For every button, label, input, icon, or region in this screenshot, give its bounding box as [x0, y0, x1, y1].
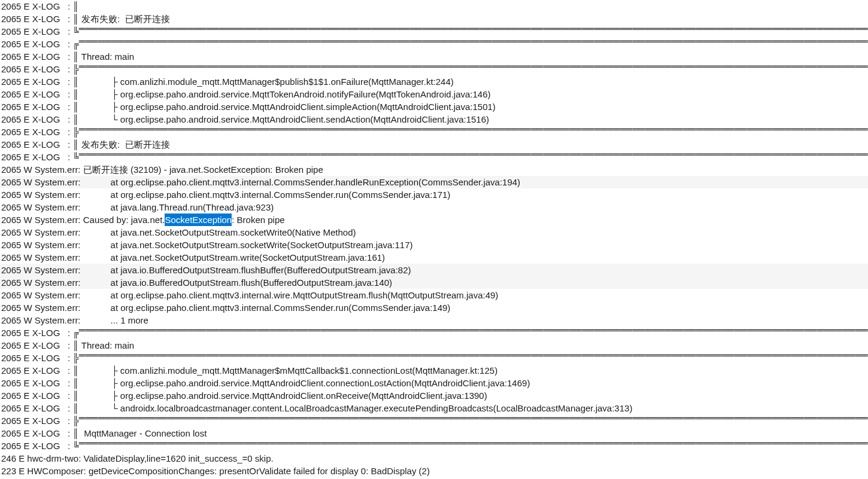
log-body: ValidateDisplay,line=1620 init_success_=…: [81, 452, 273, 465]
log-body: ║ ├ org.eclipse.paho.android.service.Mqt…: [70, 377, 530, 389]
log-body: at java.io.BufferedOutputStream.flush(Bu…: [81, 276, 393, 289]
log-line[interactable]: 2065 W System.err: at java.net.SocketOut…: [0, 251, 868, 264]
log-prefix: 2065 E X-LOG :: [1, 327, 70, 339]
log-prefix: 2065 E X-LOG :: [1, 126, 70, 138]
log-body: ║ ├ org.eclipse.paho.android.service.Mqt…: [70, 389, 487, 402]
log-prefix: 2065 W System.err:: [1, 314, 81, 327]
log-line[interactable]: 223 E HWComposer: getDeviceCompositionCh…: [0, 465, 868, 477]
log-prefix: 2065 W System.err:: [1, 213, 81, 226]
log-prefix: 2065 E X-LOG :: [1, 389, 70, 402]
log-line[interactable]: 2065 W System.err: at org.eclipse.paho.c…: [0, 188, 868, 201]
log-prefix: 2065 W System.err:: [1, 188, 81, 201]
log-body: at java.lang.Thread.run(Thread.java:923): [81, 201, 274, 213]
box-drawing-horizontal: ════════════════════════════════════════…: [79, 22, 868, 35]
log-line[interactable]: 2065 W System.err: at java.net.SocketOut…: [0, 239, 868, 251]
log-line[interactable]: 2065 W System.err: at java.io.BufferedOu…: [0, 276, 868, 289]
log-body: at org.eclipse.paho.client.mqttv3.intern…: [81, 289, 499, 301]
log-prefix: 2065 E X-LOG :: [1, 402, 70, 414]
log-prefix: 2065 E X-LOG :: [1, 377, 70, 389]
box-drawing-horizontal: ════════════════════════════════════════…: [79, 437, 868, 449]
log-prefix: 2065 E X-LOG :: [1, 50, 70, 63]
log-line[interactable]: 246 E hwc-drm-two: ValidateDisplay,line=…: [0, 452, 868, 465]
log-line[interactable]: 2065 E X-LOG : ╠════════════════════════…: [0, 352, 868, 364]
log-prefix: 2065 W System.err:: [1, 276, 81, 289]
log-body: ║ ├ org.eclipse.paho.android.service.Mqt…: [70, 88, 490, 100]
log-prefix: 2065 W System.err:: [1, 201, 81, 213]
log-line[interactable]: 2065 E X-LOG : ║ ├ com.anlizhi.module_mq…: [0, 75, 868, 88]
log-body: at java.io.BufferedOutputStream.flushBuf…: [81, 264, 411, 276]
log-body: ╚: [70, 151, 79, 163]
log-line[interactable]: 2065 E X-LOG : ║ ├ org.eclipse.paho.andr…: [0, 100, 868, 113]
log-line[interactable]: 2065 E X-LOG : ╔════════════════════════…: [0, 327, 868, 339]
selected-text: SocketException: [165, 213, 232, 226]
log-body: ╠: [70, 414, 79, 427]
log-prefix: 2065 W System.err:: [1, 176, 81, 188]
log-prefix: 2065 E X-LOG :: [1, 364, 70, 377]
log-prefix: 2065 E X-LOG :: [1, 113, 70, 126]
log-line[interactable]: 2065 E X-LOG : ╠════════════════════════…: [0, 126, 868, 138]
log-line[interactable]: 2065 W System.err: 已断开连接 (32109) - java.…: [0, 163, 868, 176]
log-line[interactable]: 2065 E X-LOG : ║ ├ org.eclipse.paho.andr…: [0, 389, 868, 402]
log-prefix: 2065 E X-LOG :: [1, 352, 70, 364]
log-body: at java.net.SocketOutputStream.write(Soc…: [81, 251, 386, 264]
box-drawing-horizontal: ════════════════════════════════════════…: [79, 148, 868, 160]
log-prefix: 2065 E X-LOG :: [1, 13, 70, 25]
log-prefix: 2065 E X-LOG :: [1, 339, 70, 352]
log-body: ╚: [70, 25, 79, 38]
log-body: ╠: [70, 352, 79, 364]
log-line[interactable]: 2065 E X-LOG : ╠════════════════════════…: [0, 63, 868, 75]
log-prefix: 2065 W System.err:: [1, 301, 81, 314]
log-prefix: 2065 W System.err:: [1, 163, 81, 176]
log-body: ║: [70, 0, 79, 13]
log-line[interactable]: 2065 E X-LOG : ╚════════════════════════…: [0, 151, 868, 163]
log-body: at org.eclipse.paho.client.mqttv3.intern…: [81, 301, 451, 314]
log-body-segment: : Broken pipe: [232, 213, 284, 226]
log-body: ║ ├ com.anlizhi.module_mqtt.MqttManager$…: [70, 75, 454, 88]
log-body: 已断开连接 (32109) - java.net.SocketException…: [81, 163, 323, 176]
log-body: at org.eclipse.paho.client.mqttv3.intern…: [81, 188, 451, 201]
log-line[interactable]: 2065 E X-LOG : ╔════════════════════════…: [0, 38, 868, 50]
log-line[interactable]: 2065 W System.err: at java.io.BufferedOu…: [0, 264, 868, 276]
log-prefix: 2065 E X-LOG :: [1, 0, 70, 13]
log-line[interactable]: 2065 W System.err: at java.lang.Thread.r…: [0, 201, 868, 213]
log-prefix: 2065 E X-LOG :: [1, 414, 70, 427]
log-body-segment: Caused by: java.net.: [81, 213, 165, 226]
log-prefix: 2065 E X-LOG :: [1, 63, 70, 75]
log-prefix: 246 E hwc-drm-two:: [1, 452, 81, 465]
log-body: at java.net.SocketOutputStream.socketWri…: [81, 226, 356, 239]
box-drawing-horizontal: ════════════════════════════════════════…: [79, 349, 868, 361]
log-body: ║ ├ com.anlizhi.module_mqtt.MqttManager$…: [70, 364, 497, 377]
log-body: at org.eclipse.paho.client.mqttv3.intern…: [81, 176, 521, 188]
log-line[interactable]: 2065 E X-LOG : ║: [0, 0, 868, 13]
box-drawing-horizontal: ════════════════════════════════════════…: [79, 123, 868, 135]
log-prefix: 2065 E X-LOG :: [1, 100, 70, 113]
log-body: ╔: [70, 38, 79, 50]
log-line[interactable]: 2065 W System.err: at org.eclipse.paho.c…: [0, 176, 868, 188]
log-prefix: 223 E HWComposer:: [1, 465, 86, 477]
log-prefix: 2065 E X-LOG :: [1, 75, 70, 88]
log-line[interactable]: 2065 W System.err: Caused by: java.net.S…: [0, 213, 868, 226]
log-body: ╠: [70, 126, 79, 138]
log-line[interactable]: 2065 W System.err: at org.eclipse.paho.c…: [0, 289, 868, 301]
log-prefix: 2065 W System.err:: [1, 226, 81, 239]
log-body: ╚: [70, 440, 79, 452]
box-drawing-horizontal: ════════════════════════════════════════…: [79, 324, 868, 336]
log-prefix: 2065 E X-LOG :: [1, 427, 70, 440]
log-line[interactable]: 2065 E X-LOG : ╚════════════════════════…: [0, 440, 868, 452]
box-drawing-horizontal: ════════════════════════════════════════…: [79, 60, 868, 72]
log-line[interactable]: 2065 W System.err: at org.eclipse.paho.c…: [0, 301, 868, 314]
log-line[interactable]: 2065 W System.err: at java.net.SocketOut…: [0, 226, 868, 239]
log-prefix: 2065 W System.err:: [1, 289, 81, 301]
log-output[interactable]: 2065 E X-LOG : ║2065 E X-LOG : ║ 发布失败: 已…: [0, 0, 868, 479]
log-line[interactable]: 2065 E X-LOG : ║ ├ org.eclipse.paho.andr…: [0, 88, 868, 100]
log-prefix: 2065 E X-LOG :: [1, 151, 70, 163]
log-prefix: 2065 W System.err:: [1, 251, 81, 264]
log-line[interactable]: 2065 E X-LOG : ║ ├ org.eclipse.paho.andr…: [0, 377, 868, 389]
box-drawing-horizontal: ════════════════════════════════════════…: [79, 411, 868, 424]
log-line[interactable]: 2065 E X-LOG : ╠════════════════════════…: [0, 414, 868, 427]
log-prefix: 2065 W System.err:: [1, 264, 81, 276]
log-line[interactable]: 2065 E X-LOG : ║ ├ com.anlizhi.module_mq…: [0, 364, 868, 377]
log-body: ╔: [70, 327, 79, 339]
log-body: at java.net.SocketOutputStream.socketWri…: [81, 239, 413, 251]
log-body: ║ ├ org.eclipse.paho.android.service.Mqt…: [70, 100, 496, 113]
